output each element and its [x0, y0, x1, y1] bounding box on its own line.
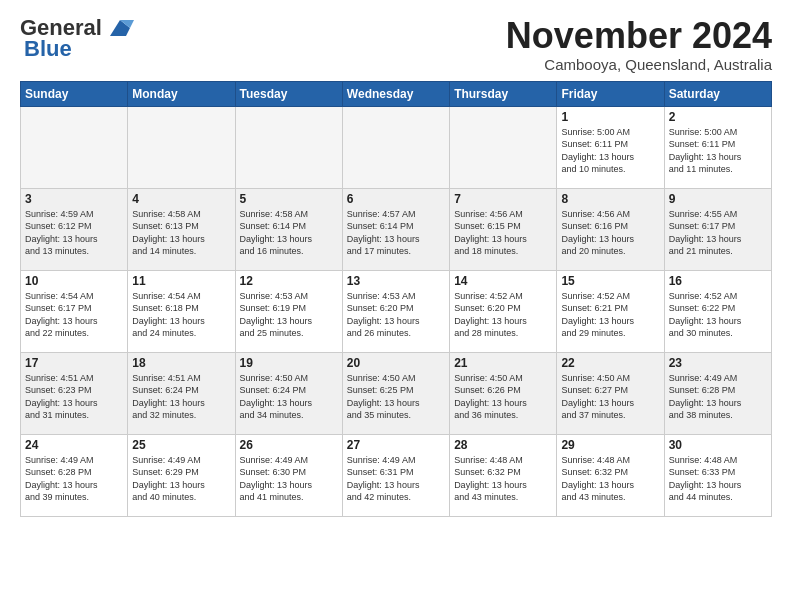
day-info: Sunrise: 4:49 AM Sunset: 6:28 PM Dayligh… — [669, 372, 767, 422]
day-info: Sunrise: 4:49 AM Sunset: 6:29 PM Dayligh… — [132, 454, 230, 504]
day-number: 1 — [561, 110, 659, 124]
calendar-cell: 20Sunrise: 4:50 AM Sunset: 6:25 PM Dayli… — [342, 352, 449, 434]
day-info: Sunrise: 4:59 AM Sunset: 6:12 PM Dayligh… — [25, 208, 123, 258]
day-info: Sunrise: 4:50 AM Sunset: 6:27 PM Dayligh… — [561, 372, 659, 422]
calendar-week-5: 24Sunrise: 4:49 AM Sunset: 6:28 PM Dayli… — [21, 434, 772, 516]
calendar-cell: 4Sunrise: 4:58 AM Sunset: 6:13 PM Daylig… — [128, 188, 235, 270]
calendar-cell: 1Sunrise: 5:00 AM Sunset: 6:11 PM Daylig… — [557, 106, 664, 188]
day-number: 14 — [454, 274, 552, 288]
day-number: 18 — [132, 356, 230, 370]
calendar-cell: 6Sunrise: 4:57 AM Sunset: 6:14 PM Daylig… — [342, 188, 449, 270]
calendar-cell: 2Sunrise: 5:00 AM Sunset: 6:11 PM Daylig… — [664, 106, 771, 188]
calendar-cell: 9Sunrise: 4:55 AM Sunset: 6:17 PM Daylig… — [664, 188, 771, 270]
day-number: 10 — [25, 274, 123, 288]
day-info: Sunrise: 4:49 AM Sunset: 6:28 PM Dayligh… — [25, 454, 123, 504]
calendar-cell — [21, 106, 128, 188]
day-number: 8 — [561, 192, 659, 206]
day-info: Sunrise: 4:58 AM Sunset: 6:13 PM Dayligh… — [132, 208, 230, 258]
col-saturday: Saturday — [664, 81, 771, 106]
day-number: 6 — [347, 192, 445, 206]
day-number: 26 — [240, 438, 338, 452]
day-number: 24 — [25, 438, 123, 452]
col-tuesday: Tuesday — [235, 81, 342, 106]
calendar-cell: 13Sunrise: 4:53 AM Sunset: 6:20 PM Dayli… — [342, 270, 449, 352]
day-number: 7 — [454, 192, 552, 206]
day-info: Sunrise: 4:53 AM Sunset: 6:20 PM Dayligh… — [347, 290, 445, 340]
day-number: 16 — [669, 274, 767, 288]
title-area: November 2024 Cambooya, Queensland, Aust… — [506, 16, 772, 73]
day-number: 27 — [347, 438, 445, 452]
day-info: Sunrise: 5:00 AM Sunset: 6:11 PM Dayligh… — [561, 126, 659, 176]
calendar-cell: 24Sunrise: 4:49 AM Sunset: 6:28 PM Dayli… — [21, 434, 128, 516]
calendar-week-3: 10Sunrise: 4:54 AM Sunset: 6:17 PM Dayli… — [21, 270, 772, 352]
day-info: Sunrise: 4:51 AM Sunset: 6:23 PM Dayligh… — [25, 372, 123, 422]
day-number: 5 — [240, 192, 338, 206]
page: General Blue November 2024 Cambooya, Que… — [0, 0, 792, 527]
header: General Blue November 2024 Cambooya, Que… — [20, 16, 772, 73]
day-number: 19 — [240, 356, 338, 370]
calendar-cell: 30Sunrise: 4:48 AM Sunset: 6:33 PM Dayli… — [664, 434, 771, 516]
day-number: 4 — [132, 192, 230, 206]
calendar-cell: 25Sunrise: 4:49 AM Sunset: 6:29 PM Dayli… — [128, 434, 235, 516]
logo: General Blue — [20, 16, 134, 62]
day-number: 28 — [454, 438, 552, 452]
col-wednesday: Wednesday — [342, 81, 449, 106]
day-info: Sunrise: 4:48 AM Sunset: 6:32 PM Dayligh… — [454, 454, 552, 504]
logo-blue: Blue — [24, 36, 72, 61]
calendar-week-4: 17Sunrise: 4:51 AM Sunset: 6:23 PM Dayli… — [21, 352, 772, 434]
day-info: Sunrise: 4:58 AM Sunset: 6:14 PM Dayligh… — [240, 208, 338, 258]
calendar-cell: 26Sunrise: 4:49 AM Sunset: 6:30 PM Dayli… — [235, 434, 342, 516]
calendar-cell: 11Sunrise: 4:54 AM Sunset: 6:18 PM Dayli… — [128, 270, 235, 352]
col-friday: Friday — [557, 81, 664, 106]
day-info: Sunrise: 4:52 AM Sunset: 6:21 PM Dayligh… — [561, 290, 659, 340]
day-info: Sunrise: 4:56 AM Sunset: 6:15 PM Dayligh… — [454, 208, 552, 258]
day-number: 15 — [561, 274, 659, 288]
day-info: Sunrise: 4:48 AM Sunset: 6:33 PM Dayligh… — [669, 454, 767, 504]
calendar-cell: 12Sunrise: 4:53 AM Sunset: 6:19 PM Dayli… — [235, 270, 342, 352]
calendar-cell — [128, 106, 235, 188]
calendar-cell: 10Sunrise: 4:54 AM Sunset: 6:17 PM Dayli… — [21, 270, 128, 352]
day-info: Sunrise: 4:51 AM Sunset: 6:24 PM Dayligh… — [132, 372, 230, 422]
day-info: Sunrise: 4:57 AM Sunset: 6:14 PM Dayligh… — [347, 208, 445, 258]
day-number: 11 — [132, 274, 230, 288]
day-info: Sunrise: 4:48 AM Sunset: 6:32 PM Dayligh… — [561, 454, 659, 504]
day-number: 20 — [347, 356, 445, 370]
day-info: Sunrise: 4:49 AM Sunset: 6:30 PM Dayligh… — [240, 454, 338, 504]
calendar-cell: 19Sunrise: 4:50 AM Sunset: 6:24 PM Dayli… — [235, 352, 342, 434]
day-number: 3 — [25, 192, 123, 206]
col-thursday: Thursday — [450, 81, 557, 106]
calendar-cell: 3Sunrise: 4:59 AM Sunset: 6:12 PM Daylig… — [21, 188, 128, 270]
calendar-cell — [342, 106, 449, 188]
header-row: Sunday Monday Tuesday Wednesday Thursday… — [21, 81, 772, 106]
calendar-table: Sunday Monday Tuesday Wednesday Thursday… — [20, 81, 772, 517]
day-info: Sunrise: 4:55 AM Sunset: 6:17 PM Dayligh… — [669, 208, 767, 258]
calendar-cell — [235, 106, 342, 188]
calendar-cell: 16Sunrise: 4:52 AM Sunset: 6:22 PM Dayli… — [664, 270, 771, 352]
day-number: 30 — [669, 438, 767, 452]
col-monday: Monday — [128, 81, 235, 106]
calendar-cell: 21Sunrise: 4:50 AM Sunset: 6:26 PM Dayli… — [450, 352, 557, 434]
logo-icon — [106, 18, 134, 38]
day-info: Sunrise: 4:50 AM Sunset: 6:26 PM Dayligh… — [454, 372, 552, 422]
day-number: 12 — [240, 274, 338, 288]
calendar-cell: 15Sunrise: 4:52 AM Sunset: 6:21 PM Dayli… — [557, 270, 664, 352]
calendar-week-2: 3Sunrise: 4:59 AM Sunset: 6:12 PM Daylig… — [21, 188, 772, 270]
month-title: November 2024 — [506, 16, 772, 56]
day-number: 22 — [561, 356, 659, 370]
calendar-cell: 29Sunrise: 4:48 AM Sunset: 6:32 PM Dayli… — [557, 434, 664, 516]
calendar-week-1: 1Sunrise: 5:00 AM Sunset: 6:11 PM Daylig… — [21, 106, 772, 188]
day-info: Sunrise: 4:54 AM Sunset: 6:17 PM Dayligh… — [25, 290, 123, 340]
day-info: Sunrise: 4:53 AM Sunset: 6:19 PM Dayligh… — [240, 290, 338, 340]
calendar-cell: 17Sunrise: 4:51 AM Sunset: 6:23 PM Dayli… — [21, 352, 128, 434]
day-number: 9 — [669, 192, 767, 206]
day-info: Sunrise: 4:52 AM Sunset: 6:22 PM Dayligh… — [669, 290, 767, 340]
day-number: 13 — [347, 274, 445, 288]
day-info: Sunrise: 4:56 AM Sunset: 6:16 PM Dayligh… — [561, 208, 659, 258]
calendar-cell — [450, 106, 557, 188]
calendar-cell: 5Sunrise: 4:58 AM Sunset: 6:14 PM Daylig… — [235, 188, 342, 270]
day-number: 29 — [561, 438, 659, 452]
calendar-cell: 28Sunrise: 4:48 AM Sunset: 6:32 PM Dayli… — [450, 434, 557, 516]
day-number: 23 — [669, 356, 767, 370]
day-number: 17 — [25, 356, 123, 370]
day-info: Sunrise: 4:49 AM Sunset: 6:31 PM Dayligh… — [347, 454, 445, 504]
